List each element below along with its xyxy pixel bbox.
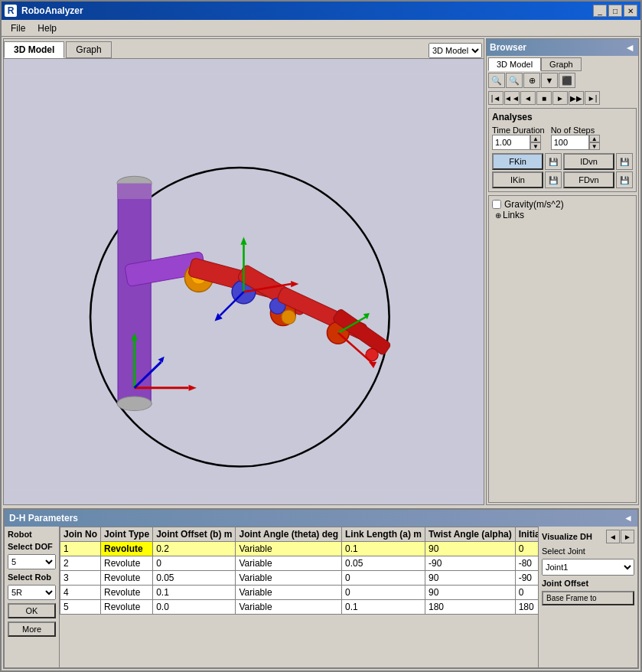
app-icon: R [5,5,17,17]
ikin-save-button[interactable]: 💾 [545,171,562,188]
svg-point-15 [282,310,296,325]
svg-rect-5 [117,184,152,200]
table-row[interactable]: 5Revolute0.0Variable0.118018090 [60,600,539,615]
dh-title: D-H Parameters [9,513,78,524]
dh-table-container: Join No Joint Type Joint Offset (b) m Jo… [60,527,538,667]
links-tree-item[interactable]: ⊕ Links [492,210,633,220]
playback-bar: |◄ ◄◄ ◄ ■ ► ▶▶ ►| [487,90,638,106]
analyses-buttons: FKin 💾 IDvn 💾 IKin 💾 FDvn 💾 [492,153,633,188]
time-duration-spinner: ▲ ▼ [530,135,541,150]
more-button[interactable]: More [8,621,56,637]
gravity-section: Gravity(m/s^2) ⊕ Links [488,195,637,503]
window-title: RoboAnalyzer [21,5,588,16]
zoom-in-button[interactable]: 🔍 [488,73,505,88]
dh-parameters-panel: D-H Parameters ◄ Robot Select DOF 5 4 6 … [3,508,639,669]
robot-selector: Robot Select DOF 5 4 6 Select Rob 5R 5P … [5,527,60,667]
browser-panel: Browser ◄ 3D Model Graph 🔍 🔍 ⊕ ▼ ⬛ |◄ ◄◄ [486,38,639,505]
close-button[interactable]: ✕ [624,5,637,17]
model-panel: 3D Model Graph 3D Model [3,38,484,505]
ok-button[interactable]: OK [8,603,56,618]
browser-tab-3d-model[interactable]: 3D Model [488,57,541,71]
minimize-button[interactable]: _ [593,5,607,17]
visualize-title: Visualize DH [542,532,592,541]
time-duration-label: Time Duration [492,126,545,135]
gravity-label: Gravity(m/s^2) [504,199,564,210]
col-link-length: Link Length (a) m [342,527,425,542]
select-joint-label: Select Joint [542,546,634,556]
col-joint-type: Joint Type [101,527,153,542]
dropdown-button[interactable]: ▼ [541,73,558,88]
no-of-steps-spinner: ▲ ▼ [589,135,600,150]
analyses-inputs-row: Time Duration ▲ ▼ No of Steps [492,126,633,150]
globe-button[interactable]: ⊕ [523,73,540,88]
dh-table: Join No Joint Type Joint Offset (b) m Jo… [60,527,538,615]
idvn-save-button[interactable]: 💾 [616,153,633,170]
browser-header: Browser ◄ [487,39,638,56]
help-menu[interactable]: Help [31,21,63,35]
play-next-button[interactable]: ► [552,91,568,105]
visualize-prev-button[interactable]: ◄ [606,530,620,543]
play-prev-fast-button[interactable]: ◄◄ [504,91,520,105]
base-frame-button[interactable]: Base Frame to [542,591,634,605]
zoom-out-button[interactable]: 🔍 [506,73,523,88]
play-prev-button[interactable]: ◄ [520,91,536,105]
table-row[interactable]: 1Revolute0.2Variable0.19000 [60,542,539,556]
col-twist-angle: Twist Angle (alpha) [425,527,516,542]
robot-select[interactable]: 5R 5P [8,585,56,600]
dh-pin[interactable]: ◄ [624,513,633,524]
fit-button[interactable]: ⬛ [559,73,575,88]
menu-bar: File Help [2,20,640,37]
time-duration-input[interactable] [492,135,530,150]
dh-body: Robot Select DOF 5 4 6 Select Rob 5R 5P … [5,527,637,667]
no-of-steps-input-group: ▲ ▼ [551,135,600,150]
links-label: Links [503,210,524,220]
svg-point-6 [117,396,152,411]
play-stop-button[interactable]: ■ [536,91,552,105]
fdvn-save-button[interactable]: 💾 [616,171,633,188]
col-join-no: Join No [60,527,101,542]
table-row[interactable]: 3Revolute0.05Variable090-9090 [60,571,539,586]
play-first-button[interactable]: |◄ [488,91,503,105]
fdvn-button[interactable]: FDvn [563,171,614,188]
select-robot-label: Select Rob [8,573,56,582]
col-initial-value: Initial Value (JV) deg or m [515,527,538,542]
analyses-title: Analyses [492,112,633,122]
no-of-steps-group: No of Steps ▲ ▼ [551,126,600,150]
dof-select[interactable]: 5 4 6 [8,554,56,569]
time-duration-group: Time Duration ▲ ▼ [492,126,545,150]
browser-pin[interactable]: ◄ [624,41,635,54]
col-joint-offset: Joint Offset (b) m [153,527,236,542]
tab-select[interactable]: 3D Model [429,43,482,58]
visualize-dh-panel: Visualize DH ◄ ► Select Joint Joint1 Joi… [538,527,637,667]
play-last-button[interactable]: ►| [585,91,600,105]
main-content: 3D Model Graph 3D Model [2,37,640,670]
robot-label: Robot [8,530,56,539]
visualize-header: Visualize DH ◄ ► [542,530,634,543]
browser-toolbar: 🔍 🔍 ⊕ ▼ ⬛ [487,71,638,90]
fkin-button[interactable]: FKin [492,153,543,170]
maximize-button[interactable]: □ [608,5,622,17]
visualize-next-button[interactable]: ► [621,530,634,543]
tab-dropdown[interactable]: 3D Model [429,43,482,58]
no-of-steps-label: No of Steps [551,126,600,135]
table-row[interactable]: 2Revolute0Variable0.05-90-80-10 [60,556,539,571]
tab-3d-model[interactable]: 3D Model [4,41,64,58]
no-of-steps-up[interactable]: ▲ [589,135,600,142]
table-row[interactable]: 4Revolute0.1Variable0900-90 [60,586,539,600]
joint-select[interactable]: Joint1 Joint2 Joint3 Joint4 Joint5 [542,559,634,576]
no-of-steps-input[interactable] [551,135,589,150]
no-of-steps-down[interactable]: ▼ [589,142,600,150]
gravity-checkbox[interactable] [492,200,501,209]
window-controls: _ □ ✕ [593,5,637,17]
ikin-button[interactable]: IKin [492,171,543,188]
browser-tab-graph[interactable]: Graph [541,57,582,71]
fkin-save-button[interactable]: 💾 [545,153,562,170]
dh-parameters-header: D-H Parameters ◄ [5,510,637,527]
time-duration-up[interactable]: ▲ [530,135,541,142]
play-next-fast-button[interactable]: ▶▶ [569,91,584,105]
file-menu[interactable]: File [5,21,31,35]
tab-graph[interactable]: Graph [66,41,111,58]
main-window: R RoboAnalyzer _ □ ✕ File Help 3D Model … [0,0,642,672]
idvn-button[interactable]: IDvn [563,153,614,170]
time-duration-down[interactable]: ▼ [530,142,541,150]
